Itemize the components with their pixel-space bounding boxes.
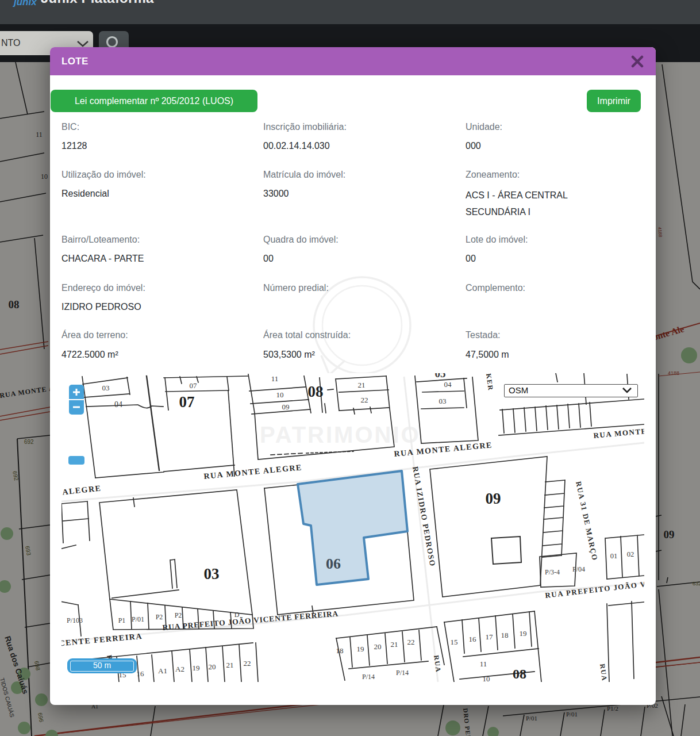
svg-text:17: 17: [486, 632, 494, 641]
svg-text:A2: A2: [175, 665, 184, 673]
svg-text:20: 20: [209, 662, 216, 671]
svg-text:07: 07: [190, 381, 198, 390]
svg-text:11: 11: [480, 660, 487, 668]
svg-text:09: 09: [486, 490, 501, 507]
svg-text:08: 08: [513, 666, 526, 681]
svg-text:PATRIMONIO: PATRIMONIO: [260, 422, 421, 447]
svg-text:21: 21: [226, 661, 234, 669]
svg-text:22: 22: [407, 638, 415, 646]
svg-text:19: 19: [520, 629, 527, 638]
svg-text:22: 22: [244, 659, 251, 668]
svg-text:16: 16: [469, 635, 477, 643]
svg-text:08: 08: [308, 383, 324, 400]
svg-text:18: 18: [336, 646, 344, 655]
svg-text:03: 03: [204, 565, 220, 582]
svg-text:P1: P1: [118, 616, 126, 624]
svg-text:11: 11: [271, 374, 279, 383]
svg-text:21: 21: [358, 381, 366, 389]
svg-text:P/01: P/01: [132, 615, 144, 623]
svg-text:P2: P2: [175, 611, 182, 619]
svg-text:22: 22: [361, 396, 368, 404]
svg-text:P/103: P/103: [67, 616, 83, 624]
svg-text:07: 07: [179, 393, 195, 411]
svg-text:A1: A1: [158, 666, 167, 675]
svg-text:21: 21: [391, 640, 398, 649]
svg-text:P/04: P/04: [572, 565, 585, 573]
svg-text:03: 03: [439, 397, 447, 405]
svg-text:20: 20: [374, 642, 382, 651]
svg-text:P2: P2: [156, 613, 163, 621]
svg-text:09: 09: [282, 402, 290, 411]
svg-text:16: 16: [137, 669, 145, 678]
svg-text:06: 06: [326, 555, 341, 572]
svg-text:P/3-4: P/3-4: [545, 568, 560, 576]
svg-text:04: 04: [444, 380, 452, 389]
svg-text:03: 03: [102, 384, 110, 392]
svg-text:15: 15: [451, 638, 458, 646]
svg-text:05: 05: [435, 373, 446, 379]
svg-text:01: 01: [610, 552, 618, 560]
svg-text:10: 10: [483, 674, 490, 682]
svg-text:10: 10: [276, 390, 284, 399]
svg-text:P/14: P/14: [396, 669, 409, 677]
svg-text:P/14: P/14: [362, 673, 375, 681]
svg-text:04: 04: [114, 400, 122, 409]
svg-text:02: 02: [627, 550, 634, 558]
svg-text:19: 19: [193, 664, 200, 672]
svg-text:19: 19: [357, 645, 364, 653]
svg-text:18: 18: [501, 631, 509, 639]
